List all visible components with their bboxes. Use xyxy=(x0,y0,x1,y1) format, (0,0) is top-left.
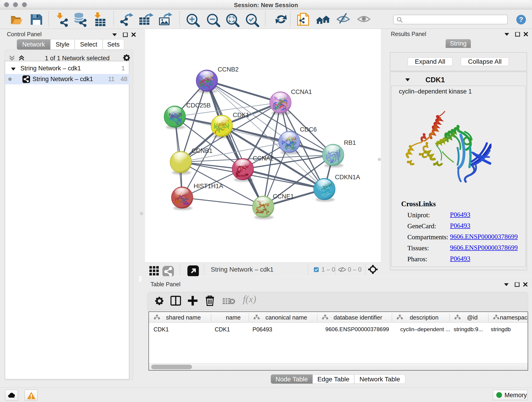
svg-text:?: ? xyxy=(519,16,523,23)
svg-text:CDC25B: CDC25B xyxy=(186,102,211,109)
svg-text:RB1: RB1 xyxy=(344,139,356,146)
svg-text:CCNE1: CCNE1 xyxy=(273,193,294,200)
svg-text:CDKN1A: CDKN1A xyxy=(335,174,360,181)
svg-text:CCNA1: CCNA1 xyxy=(291,89,312,95)
svg-text:CCNA2: CCNA2 xyxy=(253,155,274,162)
svg-text:CDK1: CDK1 xyxy=(233,112,249,119)
svg-text:CDC6: CDC6 xyxy=(300,126,317,133)
svg-text:CCNB1: CCNB1 xyxy=(191,147,213,154)
svg-text:CCNB2: CCNB2 xyxy=(218,66,239,73)
svg-text:HIST1H1A: HIST1H1A xyxy=(194,183,223,190)
